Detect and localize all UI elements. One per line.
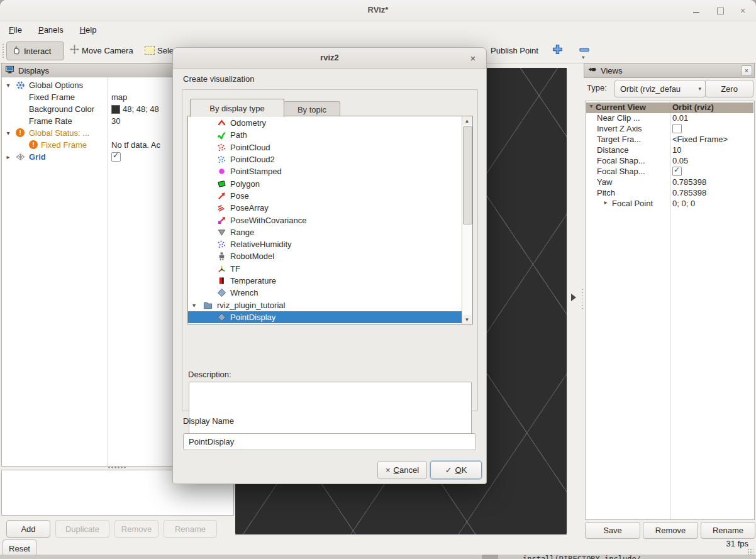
item-label: RelativeHumidity [230,240,292,249]
view-type-dropdown[interactable]: Orbit (rviz_defau ▾ [614,80,706,97]
caret-down-icon[interactable]: ▾ [5,82,11,89]
cancel-button[interactable]: × Cancel [377,461,427,479]
row-value[interactable]: map [111,92,127,102]
display-type-item-wrench[interactable]: Wrench [188,287,462,299]
display-type-item-pose[interactable]: Pose [188,190,462,202]
caret-down-icon[interactable]: ▾ [5,130,11,136]
display-type-item-pointstamped[interactable]: PointStamped [188,165,462,177]
maximize-button[interactable] [714,5,726,16]
display-type-item-pointcloud[interactable]: PointCloud [188,141,462,153]
tree-row-pitch[interactable]: Pitch 0.785398 [586,188,753,199]
display-type-item-polygon[interactable]: Polygon [188,177,462,189]
display-type-list[interactable]: OdometryPathPointCloudPointCloud2PointSt… [187,116,473,324]
tree-row-focal-point[interactable]: ▸ Focal Point 0; 0; 0 [586,199,753,209]
ok-button[interactable]: ✓ OK [430,461,482,479]
tree-row-current-view[interactable]: ▾ Current View Orbit (rviz) [586,102,753,113]
display-name-input[interactable]: PointDisplay [183,433,476,450]
tab-by-display-type[interactable]: By display type [190,99,284,117]
duplicate-display-button[interactable]: Duplicate [55,520,109,538]
views-tree[interactable]: ▾ Current View Orbit (rviz) Near Clip ..… [585,101,755,520]
zero-button[interactable]: Zero [705,80,753,97]
scroll-down-icon[interactable]: ▼ [462,315,472,324]
move-camera-tool-button[interactable]: Move Camera [65,42,138,59]
tf-icon [217,264,226,274]
item-label: PointCloud [230,143,270,152]
item-label: rviz_plugin_tutorial [217,301,285,310]
menu-panels[interactable]: Panels [38,25,64,35]
display-type-item-range[interactable]: Range [188,226,462,238]
pointstamped-icon [217,167,226,176]
tree-row-near-clip[interactable]: Near Clip ... 0.01 [586,113,753,124]
view-type-value: Orbit (rviz_defau [620,84,681,94]
scrollbar-thumb[interactable] [463,126,472,224]
panel-collapse-arrow[interactable] [571,294,576,301]
tool-options-caret-icon[interactable]: ▾ [582,54,585,60]
remove-view-button[interactable]: Remove [643,522,698,539]
tree-row-focal-shape-fixed[interactable]: Focal Shap... [586,167,753,177]
posewithcovariance-icon [217,216,226,225]
display-type-item-relativehumidity[interactable]: RelativeHumidity [188,238,462,250]
polygon-icon [217,179,226,189]
caret-right-icon[interactable]: ▸ [603,199,609,206]
display-type-item-pointdisplay[interactable]: PointDisplay [188,311,462,323]
row-value[interactable]: 30 [111,116,120,126]
window-title: RViz* [0,5,756,14]
menu-file[interactable]: File [9,25,22,35]
display-type-item-rviz_plugin_tutorial[interactable]: ▾rviz_plugin_tutorial [188,299,462,311]
save-view-button[interactable]: Save [585,522,640,539]
item-label: Pose [230,191,249,201]
display-type-item-odometry[interactable]: Odometry [188,117,462,129]
dialog-heading: Create visualization [183,74,254,84]
caret-down-icon[interactable]: ▾ [192,302,196,309]
toolbar-drag-handle[interactable] [2,43,5,58]
close-button[interactable]: × [737,5,748,16]
views-close-icon[interactable]: × [741,65,752,76]
tree-row-invert-z[interactable]: Invert Z Axis [586,124,753,135]
list-scrollbar[interactable]: ▲ ▼ [462,116,472,324]
titlebar[interactable]: RViz* × [0,0,756,21]
dialog-close-icon[interactable]: × [467,52,479,64]
publish-point-tool-button[interactable]: Publish Point [486,42,543,59]
views-panel-header[interactable]: Views × [584,63,755,78]
camera-icon [587,65,597,76]
display-type-item-posearray[interactable]: PoseArray [188,202,462,214]
display-type-item-tf[interactable]: TF [188,263,462,275]
tree-row-distance[interactable]: Distance 10 [586,145,753,156]
tree-row-yaw[interactable]: Yaw 0.785398 [586,177,753,188]
invert-z-checkbox[interactable] [672,124,682,133]
tab-by-topic[interactable]: By topic [284,101,340,117]
rename-view-button[interactable]: Rename [701,522,755,539]
description-label: Description: [188,370,231,379]
scroll-up-icon[interactable]: ▲ [462,116,472,125]
caret-down-icon[interactable]: ▾ [588,102,594,109]
row-label: Global Status: ... [29,128,89,138]
tree-row-focal-shape-size[interactable]: Focal Shap... 0.05 [586,156,753,167]
display-type-item-temperature[interactable]: Temperature [188,275,462,287]
folder-icon [203,301,213,310]
grid-enabled-checkbox[interactable] [111,152,121,162]
temperature-icon [217,276,226,285]
views-panel: Views × Type: Orbit (rviz_defau ▾ Zero ▾… [584,63,755,555]
interact-tool-button[interactable]: Interact [6,42,64,60]
item-label: PointDisplay [230,313,275,322]
add-tool-button[interactable] [547,42,568,59]
tree-row-target-frame[interactable]: Target Fra... <Fixed Frame> [586,135,753,145]
background-window-strip: install(DIRECTORY include/ [0,555,756,559]
rename-display-button[interactable]: Rename [164,520,217,538]
menu-help[interactable]: Help [80,25,97,35]
item-label: Range [230,228,254,237]
display-type-item-path[interactable]: Path [188,129,462,141]
item-label: Wrench [230,288,258,297]
item-label: RobotModel [230,252,274,261]
display-type-item-posewithcovariance[interactable]: PoseWithCovariance [188,214,462,226]
caret-right-icon[interactable]: ▸ [5,153,11,160]
minimize-button[interactable] [691,5,702,16]
resize-grip[interactable] [747,548,753,555]
display-type-item-pointcloud2[interactable]: PointCloud2 [188,153,462,165]
display-type-item-robotmodel[interactable]: RobotModel [188,250,462,262]
remove-display-button[interactable]: Remove [114,520,158,538]
row-label: Grid [29,152,46,162]
add-display-button[interactable]: Add [6,520,50,538]
focal-shape-checkbox[interactable] [672,167,682,176]
dialog-titlebar[interactable]: rviz2 × [173,48,486,69]
